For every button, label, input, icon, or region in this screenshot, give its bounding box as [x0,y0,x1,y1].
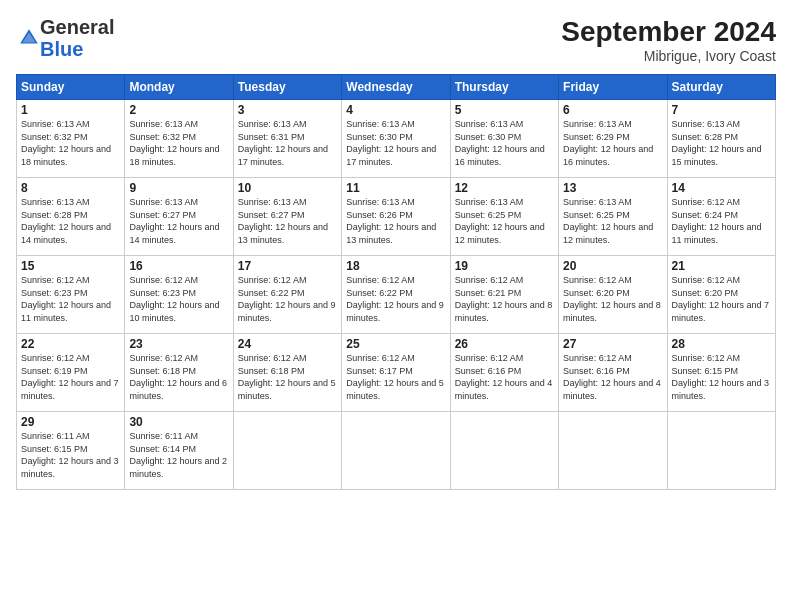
table-row: 10 Sunrise: 6:13 AMSunset: 6:27 PMDaylig… [233,178,341,256]
table-row: 20 Sunrise: 6:12 AMSunset: 6:20 PMDaylig… [559,256,667,334]
day-info: Sunrise: 6:12 AMSunset: 6:20 PMDaylight:… [563,275,661,323]
table-row: 16 Sunrise: 6:12 AMSunset: 6:23 PMDaylig… [125,256,233,334]
day-number: 21 [672,259,771,273]
day-info: Sunrise: 6:12 AMSunset: 6:24 PMDaylight:… [672,197,762,245]
day-number: 1 [21,103,120,117]
day-info: Sunrise: 6:13 AMSunset: 6:30 PMDaylight:… [346,119,436,167]
day-info: Sunrise: 6:11 AMSunset: 6:14 PMDaylight:… [129,431,227,479]
table-row: 18 Sunrise: 6:12 AMSunset: 6:22 PMDaylig… [342,256,450,334]
day-info: Sunrise: 6:13 AMSunset: 6:28 PMDaylight:… [672,119,762,167]
day-info: Sunrise: 6:12 AMSunset: 6:18 PMDaylight:… [129,353,227,401]
day-info: Sunrise: 6:12 AMSunset: 6:15 PMDaylight:… [672,353,770,401]
day-number: 27 [563,337,662,351]
day-number: 4 [346,103,445,117]
day-info: Sunrise: 6:12 AMSunset: 6:20 PMDaylight:… [672,275,770,323]
calendar-table: Sunday Monday Tuesday Wednesday Thursday… [16,74,776,490]
day-info: Sunrise: 6:13 AMSunset: 6:25 PMDaylight:… [455,197,545,245]
table-row: 21 Sunrise: 6:12 AMSunset: 6:20 PMDaylig… [667,256,775,334]
day-info: Sunrise: 6:13 AMSunset: 6:31 PMDaylight:… [238,119,328,167]
table-row: 8 Sunrise: 6:13 AMSunset: 6:28 PMDayligh… [17,178,125,256]
logo-icon [18,27,40,49]
day-number: 15 [21,259,120,273]
day-info: Sunrise: 6:12 AMSunset: 6:22 PMDaylight:… [346,275,444,323]
day-info: Sunrise: 6:13 AMSunset: 6:30 PMDaylight:… [455,119,545,167]
header-monday: Monday [125,75,233,100]
table-row: 1 Sunrise: 6:13 AMSunset: 6:32 PMDayligh… [17,100,125,178]
empty-cell [342,412,450,490]
day-number: 12 [455,181,554,195]
header-sunday: Sunday [17,75,125,100]
day-info: Sunrise: 6:12 AMSunset: 6:16 PMDaylight:… [563,353,661,401]
day-number: 28 [672,337,771,351]
day-info: Sunrise: 6:12 AMSunset: 6:21 PMDaylight:… [455,275,553,323]
weekday-header-row: Sunday Monday Tuesday Wednesday Thursday… [17,75,776,100]
day-info: Sunrise: 6:12 AMSunset: 6:18 PMDaylight:… [238,353,336,401]
table-row: 7 Sunrise: 6:13 AMSunset: 6:28 PMDayligh… [667,100,775,178]
month-title: September 2024 [561,16,776,48]
logo-blue-text: Blue [40,38,83,60]
calendar-week-row: 22 Sunrise: 6:12 AMSunset: 6:19 PMDaylig… [17,334,776,412]
day-number: 11 [346,181,445,195]
table-row: 9 Sunrise: 6:13 AMSunset: 6:27 PMDayligh… [125,178,233,256]
day-info: Sunrise: 6:12 AMSunset: 6:22 PMDaylight:… [238,275,336,323]
day-number: 9 [129,181,228,195]
empty-cell [450,412,558,490]
logo: General Blue [16,16,114,60]
empty-cell [233,412,341,490]
table-row: 13 Sunrise: 6:13 AMSunset: 6:25 PMDaylig… [559,178,667,256]
day-number: 10 [238,181,337,195]
table-row: 25 Sunrise: 6:12 AMSunset: 6:17 PMDaylig… [342,334,450,412]
day-number: 29 [21,415,120,429]
day-info: Sunrise: 6:12 AMSunset: 6:19 PMDaylight:… [21,353,119,401]
table-row: 23 Sunrise: 6:12 AMSunset: 6:18 PMDaylig… [125,334,233,412]
day-number: 18 [346,259,445,273]
table-row: 27 Sunrise: 6:12 AMSunset: 6:16 PMDaylig… [559,334,667,412]
table-row: 19 Sunrise: 6:12 AMSunset: 6:21 PMDaylig… [450,256,558,334]
calendar-week-row: 1 Sunrise: 6:13 AMSunset: 6:32 PMDayligh… [17,100,776,178]
logo-general-text: General [40,16,114,38]
day-info: Sunrise: 6:13 AMSunset: 6:25 PMDaylight:… [563,197,653,245]
day-number: 20 [563,259,662,273]
table-row: 4 Sunrise: 6:13 AMSunset: 6:30 PMDayligh… [342,100,450,178]
day-number: 22 [21,337,120,351]
table-row: 5 Sunrise: 6:13 AMSunset: 6:30 PMDayligh… [450,100,558,178]
day-info: Sunrise: 6:13 AMSunset: 6:27 PMDaylight:… [129,197,219,245]
calendar-week-row: 15 Sunrise: 6:12 AMSunset: 6:23 PMDaylig… [17,256,776,334]
header-tuesday: Tuesday [233,75,341,100]
table-row: 2 Sunrise: 6:13 AMSunset: 6:32 PMDayligh… [125,100,233,178]
day-info: Sunrise: 6:13 AMSunset: 6:32 PMDaylight:… [21,119,111,167]
day-info: Sunrise: 6:13 AMSunset: 6:28 PMDaylight:… [21,197,111,245]
day-number: 26 [455,337,554,351]
location: Mibrigue, Ivory Coast [561,48,776,64]
empty-cell [667,412,775,490]
calendar-week-row: 8 Sunrise: 6:13 AMSunset: 6:28 PMDayligh… [17,178,776,256]
day-info: Sunrise: 6:13 AMSunset: 6:26 PMDaylight:… [346,197,436,245]
header-saturday: Saturday [667,75,775,100]
day-info: Sunrise: 6:13 AMSunset: 6:27 PMDaylight:… [238,197,328,245]
day-number: 6 [563,103,662,117]
table-row: 26 Sunrise: 6:12 AMSunset: 6:16 PMDaylig… [450,334,558,412]
day-info: Sunrise: 6:13 AMSunset: 6:29 PMDaylight:… [563,119,653,167]
day-number: 5 [455,103,554,117]
table-row: 22 Sunrise: 6:12 AMSunset: 6:19 PMDaylig… [17,334,125,412]
table-row: 12 Sunrise: 6:13 AMSunset: 6:25 PMDaylig… [450,178,558,256]
day-number: 24 [238,337,337,351]
calendar-week-row: 29 Sunrise: 6:11 AMSunset: 6:15 PMDaylig… [17,412,776,490]
header-wednesday: Wednesday [342,75,450,100]
day-number: 14 [672,181,771,195]
day-info: Sunrise: 6:12 AMSunset: 6:23 PMDaylight:… [21,275,111,323]
table-row: 30 Sunrise: 6:11 AMSunset: 6:14 PMDaylig… [125,412,233,490]
day-number: 8 [21,181,120,195]
table-row: 24 Sunrise: 6:12 AMSunset: 6:18 PMDaylig… [233,334,341,412]
empty-cell [559,412,667,490]
day-number: 13 [563,181,662,195]
day-info: Sunrise: 6:13 AMSunset: 6:32 PMDaylight:… [129,119,219,167]
day-number: 16 [129,259,228,273]
day-number: 2 [129,103,228,117]
day-number: 19 [455,259,554,273]
day-number: 7 [672,103,771,117]
page-header: General Blue September 2024 Mibrigue, Iv… [16,16,776,64]
table-row: 11 Sunrise: 6:13 AMSunset: 6:26 PMDaylig… [342,178,450,256]
header-thursday: Thursday [450,75,558,100]
day-number: 25 [346,337,445,351]
